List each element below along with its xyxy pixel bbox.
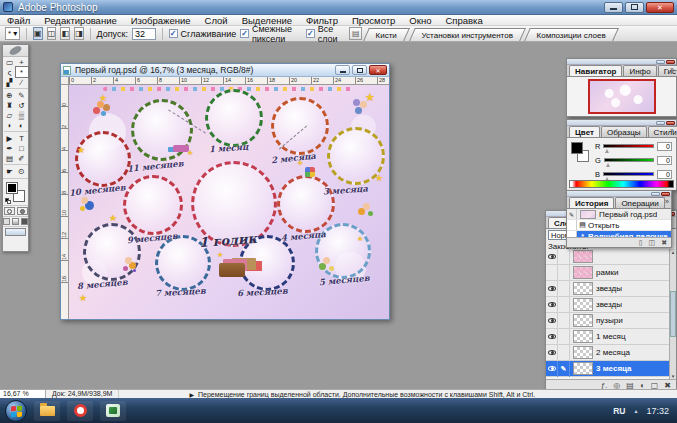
menu-file[interactable]: Файл [0,15,37,26]
doc-minimize-button[interactable] [335,65,350,75]
panel-close-icon[interactable] [666,121,675,125]
tool-hand[interactable]: ☛ [4,166,16,176]
layer-thumbnail[interactable] [573,346,593,359]
tool-gradient[interactable]: ▒ [16,110,28,120]
frame-4-months[interactable] [277,175,335,233]
tab-color[interactable]: Цвет [569,126,600,137]
tab-swatches[interactable]: Образцы [601,126,647,137]
visibility-toggle[interactable] [546,249,558,265]
tool-clone-stamp[interactable]: ♜ [4,100,16,110]
default-colors-icon[interactable] [5,198,12,204]
panel-menu-icon[interactable]: » [665,198,669,205]
taskbar-browser-button[interactable] [67,401,93,421]
menu-view[interactable]: Просмотр [345,15,402,26]
tab-actions[interactable]: Операции [615,197,664,208]
menu-help[interactable]: Справка [438,15,489,26]
tool-notes[interactable]: ▤ [4,153,16,163]
tool-brush[interactable]: ✎ [16,90,28,100]
layer-thumbnail[interactable] [573,362,593,375]
language-indicator[interactable]: RU [613,406,625,416]
tool-eyedropper[interactable]: ✐ [16,153,28,163]
selection-new-button[interactable]: ▣ [33,27,43,40]
history-source-cell[interactable] [567,220,577,231]
layer-row[interactable]: 1 месяц [546,329,669,345]
fullscreen-menubar-button[interactable] [12,218,19,225]
layer-row[interactable]: рамки [546,265,669,281]
history-source-icon[interactable]: ✎ [567,209,577,220]
document-titlebar[interactable]: Первый год.psd @ 16,7% (3 месяца, RGB/8#… [61,64,389,77]
visibility-toggle[interactable] [546,281,558,297]
panel-minimize-icon[interactable] [656,121,665,125]
doc-close-button[interactable]: ✕ [369,65,387,75]
tool-path-selection[interactable]: ▶ [4,133,16,143]
tool-lasso[interactable]: ς [4,67,16,77]
tool-slice[interactable]: ∕ [16,77,28,87]
history-step-row[interactable]: ▤ Открыть [567,220,671,231]
history-snapshot-row[interactable]: ✎ Первый год.psd [567,209,671,220]
panel-minimize-icon[interactable] [656,60,665,64]
tool-pen[interactable]: ✒ [4,143,16,153]
minimize-button[interactable] [604,2,623,13]
jump-to-imageready-button[interactable] [5,228,26,236]
link-cell[interactable] [558,265,570,281]
taskbar-folder-button[interactable] [34,401,60,421]
tab-layer-comps[interactable]: Композиции слоев [524,28,619,41]
tab-history[interactable]: История [569,197,614,208]
layer-row[interactable]: звезды [546,297,669,313]
menu-window[interactable]: Окно [402,15,438,26]
link-cell[interactable]: ✎ [558,361,570,377]
tool-move[interactable]: + [16,57,28,67]
layer-row[interactable]: звезды [546,281,669,297]
tab-info[interactable]: Инфо [623,65,656,76]
photoshop-feather-logo[interactable] [3,45,28,57]
layer-thumbnail[interactable] [573,298,593,311]
frame-1-month[interactable] [205,89,263,147]
new-snapshot-icon[interactable]: ◫ [649,239,656,247]
link-cell[interactable] [558,281,570,297]
green-value[interactable]: 0 [657,156,672,165]
document-size-readout[interactable]: Док: 24,9M/938,9M [46,390,119,398]
tool-type[interactable]: T [16,133,28,143]
current-tool-button[interactable]: * ▾ [5,27,20,40]
layer-row[interactable]: пузыри [546,313,669,329]
taskbar-editor-button[interactable] [100,401,126,421]
link-cell[interactable] [558,297,570,313]
tool-rectangular-marquee[interactable]: ▭ [4,57,16,67]
visibility-toggle[interactable] [546,329,558,345]
tab-brushes[interactable]: Кисти [363,28,410,41]
panel-minimize-icon[interactable] [651,192,660,196]
link-cell[interactable] [558,313,570,329]
foreground-color-swatch[interactable] [6,182,18,194]
tool-magic-wand[interactable]: * [16,67,28,77]
panel-close-icon[interactable] [661,192,670,196]
visibility-toggle[interactable] [546,345,558,361]
layer-thumbnail[interactable] [573,266,593,279]
link-cell[interactable] [558,345,570,361]
tab-tool-presets[interactable]: Установки инструментов [409,28,526,41]
tool-presets-icon[interactable]: ▤ [349,27,362,40]
blue-value[interactable]: 0 [657,170,672,179]
tab-navigator[interactable]: Навигатор [569,65,622,76]
layer-thumbnail[interactable] [573,250,593,263]
tool-crop[interactable]: ▞ [4,77,16,87]
quick-mask-mode-button[interactable] [17,207,28,215]
visibility-toggle[interactable] [546,297,558,313]
doc-maximize-button[interactable] [352,65,367,75]
frame-8-months[interactable] [83,223,141,281]
canvas[interactable]: 11 месяцев 1 месяц 2 месяца 10 месяцев 3… [69,85,389,319]
tool-zoom[interactable]: ⊙ [16,166,28,176]
layer-thumbnail[interactable] [573,282,593,295]
red-slider[interactable] [603,144,654,148]
tool-blur[interactable]: ◗ [4,120,16,130]
start-button[interactable] [5,400,27,422]
maximize-button[interactable] [625,2,644,13]
menu-layer[interactable]: Слой [198,15,235,26]
layer-row[interactable]: 2 месяца [546,345,669,361]
tool-history-brush[interactable]: ↺ [16,100,28,110]
standard-mode-button[interactable] [4,207,15,215]
foreground-color-swatch[interactable] [571,142,583,154]
selection-subtract-button[interactable]: ◧ [60,27,70,40]
close-button[interactable]: ✕ [646,2,674,13]
layers-scrollbar[interactable]: ▴ ▾ [669,249,676,379]
scrollbar-thumb[interactable] [670,291,676,337]
